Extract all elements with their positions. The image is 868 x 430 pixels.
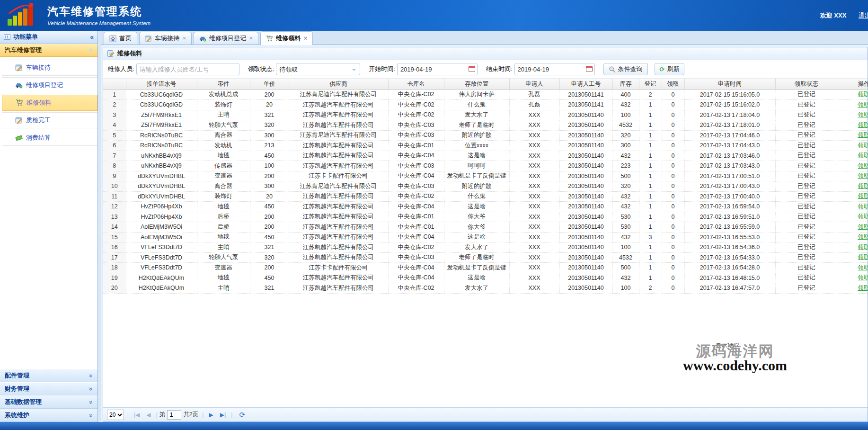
table-row[interactable]: 9dDkXYUVmDHBL变速器200江苏卡卡配件有限公司中央仓库-C04发动机…: [103, 171, 868, 181]
table-row[interactable]: 20H2KtQdEAkQUm主哨321江苏凯越汽车配件有限公司中央仓库-C02发…: [103, 283, 868, 294]
receive-link[interactable]: 领取: [858, 274, 868, 281]
receive-link[interactable]: 领取: [858, 244, 868, 251]
table-row[interactable]: 7uNKxhBB4vXj9地毯450江苏凯越汽车配件有限公司中央仓库-C04这是…: [103, 151, 868, 161]
receive-link[interactable]: 领取: [858, 254, 868, 260]
table-row[interactable]: 15AolEMjM3W5Oi地毯450江苏凯越汽车配件有限公司中央仓库-C04这…: [103, 232, 868, 242]
sidebar-group-parts[interactable]: 配件管理 »: [0, 369, 97, 382]
table-row[interactable]: 1Cb33UC6qdlGD发动机总成200江苏肯尼迪汽车配件有限公司中央仓库-C…: [103, 90, 868, 100]
receive-link[interactable]: 领取: [858, 193, 868, 199]
sidebar-item-consume-settle[interactable]: 消费结算: [2, 130, 97, 146]
cell: 2017-02-13 16:59:54.0: [684, 202, 775, 212]
sidebar-group-finance[interactable]: 财务管理 »: [0, 382, 97, 395]
page-total: 共2页: [183, 411, 198, 419]
table-row[interactable]: 14AolEMjM3W5Oi后桥200江苏凯越汽车配件有限公司中央仓库-C01你…: [103, 222, 868, 233]
sidebar-item-quality-check[interactable]: 质检完工: [2, 112, 97, 128]
table-row[interactable]: 11dDkXYUVmDHBL装饰灯20江苏凯越汽车配件有限公司中央仓库-C02什…: [103, 191, 868, 202]
cell: H2KtQdEAkQUm: [126, 283, 197, 294]
sidebar-collapse-icon[interactable]: «: [90, 33, 94, 41]
cell: 中央仓库-C02: [388, 90, 444, 100]
sidebar-group-system[interactable]: 系统维护 »: [0, 409, 97, 422]
receive-link[interactable]: 领取: [858, 101, 868, 108]
receive-link[interactable]: 领取: [858, 122, 868, 128]
table-row[interactable]: 4Z5l7FM9RkxE1轮胎大气泵320江苏凯越汽车配件有限公司中央仓库-C0…: [103, 120, 868, 131]
table-row[interactable]: 18VFLeFS3Ddt7D变速器200江苏卡卡配件有限公司中央仓库-C04发动…: [103, 263, 868, 273]
cell: 发大水了: [444, 110, 509, 120]
first-page-button[interactable]: |◀: [134, 412, 140, 418]
cell: 0: [662, 283, 684, 294]
receive-link[interactable]: 领取: [858, 233, 868, 240]
receive-link[interactable]: 领取: [858, 183, 868, 189]
table-row[interactable]: 12HvZtP06Hp4Xb地毯450江苏凯越汽车配件有限公司中央仓库-C04这…: [103, 202, 868, 212]
search-button[interactable]: 条件查询: [603, 63, 648, 75]
worker-input[interactable]: [136, 63, 239, 75]
cell: Cb33UC6qdlGD: [126, 90, 197, 100]
receive-link[interactable]: 领取: [858, 132, 868, 138]
cell: 0: [662, 151, 684, 161]
table-row[interactable]: 10dDkXYUVmDHBL离合器300江苏肯尼迪汽车配件有限公司中央仓库-C0…: [103, 181, 868, 192]
receive-link[interactable]: 领取: [858, 91, 868, 98]
tab-close-icon[interactable]: ×: [183, 35, 186, 42]
receive-link[interactable]: 领取: [858, 152, 868, 159]
cell: 2017-02-13 17:00:40.0: [684, 191, 775, 202]
tab-close-icon[interactable]: ×: [304, 35, 307, 42]
menu-grid-icon: [4, 34, 10, 40]
cell: 321: [250, 283, 289, 294]
tab-vehicle-reception[interactable]: 车辆接待 ×: [139, 32, 192, 45]
cell: 已登记: [775, 263, 838, 273]
prev-page-button[interactable]: ◀: [146, 412, 151, 418]
page-size-select[interactable]: 20: [107, 410, 124, 420]
receive-link[interactable]: 领取: [858, 213, 868, 220]
tab-repair-material[interactable]: 维修领料 ×: [260, 31, 313, 45]
receive-link[interactable]: 领取: [858, 285, 868, 291]
cell: 100: [250, 161, 289, 171]
table-row[interactable]: 16VFLeFS3Ddt7D主哨321江苏凯越汽车配件有限公司中央仓库-C02发…: [103, 242, 868, 253]
receive-link[interactable]: 领取: [858, 111, 868, 118]
cell: 2017-02-13 17:04:46.0: [684, 130, 775, 141]
tab-repair-project-register[interactable]: 维修项目登记 ×: [194, 32, 258, 45]
cell: uNKxhBB4vXj9: [126, 151, 197, 161]
refresh-button[interactable]: ⟳ 刷新: [655, 63, 685, 75]
cell: 320: [250, 120, 289, 131]
cell: 离合器: [197, 130, 250, 141]
column-header: 零件: [197, 79, 250, 90]
next-page-button[interactable]: ▶: [209, 412, 213, 418]
action-cell: 领取: [838, 110, 868, 120]
table-row[interactable]: 3Z5l7FM9RkxE1主哨321江苏凯越汽车配件有限公司中央仓库-C02发大…: [103, 110, 868, 120]
receive-link[interactable]: 领取: [858, 264, 868, 271]
sidebar-item-vehicle-reception[interactable]: 车辆接待: [2, 60, 97, 76]
tab-home[interactable]: 首页: [104, 32, 137, 45]
table-row[interactable]: 2Cb33UC6qdlGD装饰灯20江苏凯越汽车配件有限公司中央仓库-C02什么…: [103, 100, 868, 110]
start-date-input[interactable]: [397, 63, 478, 75]
sidebar-group-base-data[interactable]: 基础数据管理 »: [0, 395, 97, 409]
pager-refresh-icon[interactable]: ⟳: [239, 411, 245, 419]
receive-link[interactable]: 领取: [858, 172, 868, 179]
receive-link[interactable]: 领取: [858, 162, 868, 169]
cell: 地毯: [197, 273, 250, 283]
table-row[interactable]: 13HvZtP06Hp4Xb后桥200江苏凯越汽车配件有限公司中央仓库-C01你…: [103, 212, 868, 222]
logout-link[interactable]: 退出: [859, 12, 868, 19]
cell: 装饰灯: [197, 100, 250, 110]
cell: 0: [662, 141, 684, 151]
end-date-input[interactable]: [514, 63, 595, 75]
table-row[interactable]: 8uNKxhBB4vXj9传感器100江苏凯越汽车配件有限公司中央仓库-C03呵…: [103, 161, 868, 171]
receive-link[interactable]: 领取: [858, 203, 868, 210]
action-cell: 领取: [838, 161, 868, 171]
tab-close-icon[interactable]: ×: [249, 35, 253, 42]
cell: 位置xxxx: [444, 141, 509, 151]
table-row[interactable]: 5RcRlCNs0TuBC离合器300江苏肯尼迪汽车配件有限公司中央仓库-C03…: [103, 130, 868, 141]
sidebar-group-vehicle-maintenance[interactable]: 汽车维修管理 «: [0, 44, 97, 57]
status-select[interactable]: 待领取: [276, 63, 360, 75]
cell: 孔磊: [509, 90, 559, 100]
page-number-input[interactable]: [167, 410, 181, 420]
receive-link[interactable]: 领取: [858, 142, 868, 149]
sidebar-item-repair-project-register[interactable]: 维修项目登记: [2, 77, 97, 93]
table-row[interactable]: 19H2KtQdEAkQUm地毯450江苏凯越汽车配件有限公司中央仓库-C04这…: [103, 273, 868, 283]
cell: 2017-02-15 15:16:05.0: [684, 90, 775, 100]
receive-link[interactable]: 领取: [858, 224, 868, 230]
cell: 2017-02-13 16:59:51.0: [684, 212, 775, 222]
last-page-button[interactable]: ▶|: [220, 412, 226, 418]
sidebar-item-repair-material[interactable]: 维修领料: [2, 95, 97, 111]
table-row[interactable]: 6RcRlCNs0TuBC发动机213江苏凯越汽车配件有限公司中央仓库-C01位…: [103, 141, 868, 151]
table-row[interactable]: 17VFLeFS3Ddt7D轮胎大气泵320江苏凯越汽车配件有限公司中央仓库-C…: [103, 252, 868, 263]
cell: 0: [662, 191, 684, 202]
